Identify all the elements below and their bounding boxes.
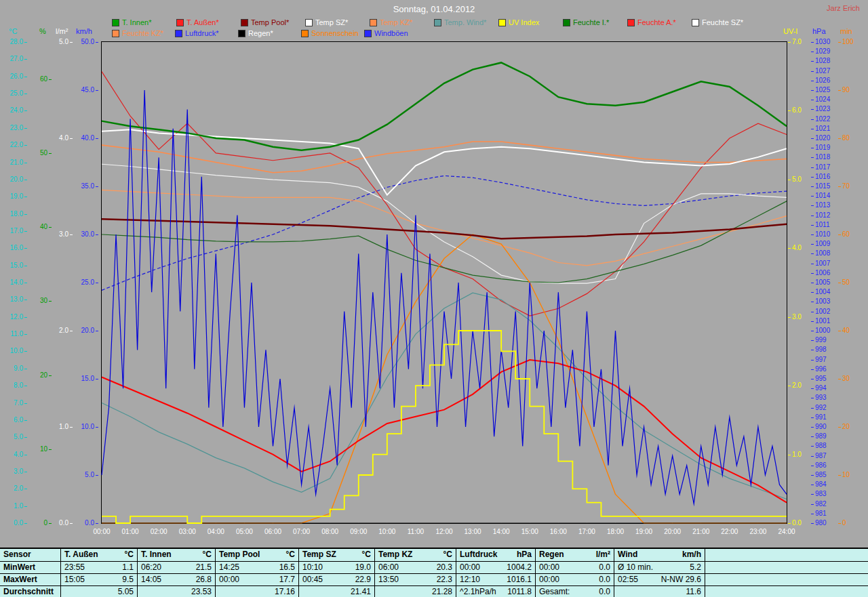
axis-tick-label: 27.0 (0, 56, 27, 62)
axis-tick-label: 986 (811, 462, 840, 469)
axis-tick-label: 1021 (811, 125, 840, 132)
stats-cell: 13:5022.3 (375, 574, 456, 585)
axis-header-hpa: hPa (812, 27, 826, 35)
legend-swatch-icon (364, 30, 372, 37)
x-axis-label: 20:00 (658, 528, 687, 535)
stats-cell: 00:0017.7 (216, 574, 299, 585)
axis-tick-label: 998 (811, 346, 840, 353)
axis-tick-label: 10.0 (0, 348, 27, 354)
legend-swatch-icon (176, 19, 184, 26)
axis-tick-label: 25.0 (67, 279, 98, 286)
axis-header-kmh: km/h (76, 27, 92, 35)
axis-tick-label: 3.0 (0, 468, 27, 475)
axis-tick-label: 980 (811, 520, 840, 527)
stats-cell: 02:55N-NW 29.6 (614, 574, 705, 585)
x-axis-label: 13:00 (458, 528, 487, 535)
axis-tick-label: 1008 (811, 250, 840, 257)
legend-item[interactable]: Temp SZ* (305, 18, 348, 26)
axis-tick-label: 1025 (811, 87, 840, 94)
axis-tick-label: 1005 (811, 279, 840, 286)
stats-row: MinWert23:551.106:2021.514:2516.510:1019… (0, 562, 868, 574)
axis-tick-label: 994 (811, 385, 840, 392)
legend-swatch-icon (305, 19, 313, 26)
stats-cell: Temp Pool°C (216, 549, 299, 561)
axis-tick-label: 1015 (811, 183, 840, 190)
axis-tick-label: 1007 (811, 260, 840, 267)
stats-cell: ^2.1hPa/h1011.8 (456, 586, 536, 597)
legend-label: Feuchte KZ* (122, 29, 163, 37)
stats-row: Durchschnitt5.0523.5317.1621.4121.28^2.1… (0, 586, 868, 597)
axis-tick-label: 50.0 (67, 39, 98, 45)
legend-item[interactable]: Sonnenschein (301, 29, 359, 37)
x-axis-label: 09:00 (344, 528, 373, 535)
stats-cell: T. Innen°C (138, 549, 216, 561)
x-axis-label: 14:00 (487, 528, 515, 535)
stats-cell: T. Außen°C (61, 549, 138, 561)
legend-item[interactable]: Temp KZ* (370, 18, 412, 26)
legend-item[interactable]: Windböen (364, 29, 408, 37)
x-axis-label: 00:00 (87, 528, 116, 535)
stats-cell (705, 549, 868, 561)
x-axis-label: 11:00 (401, 528, 430, 535)
axis-tick-label: 40 (838, 327, 867, 334)
axis-tick-label: 1028 (811, 58, 840, 64)
legend-label: Feuchte I.* (573, 18, 609, 26)
x-axis-label: 19:00 (630, 528, 658, 535)
stats-cell: 14:0526.8 (138, 574, 216, 585)
axis-tick-label: 1017 (811, 164, 840, 171)
axis-header-lm2: l/m² (56, 27, 68, 35)
legend-item[interactable]: Regen* (238, 29, 273, 37)
axis-tick-label: 15.0 (67, 375, 98, 382)
legend-swatch-icon (175, 30, 182, 37)
stats-cell: 14:2516.5 (216, 562, 299, 573)
x-axis-label: 08:00 (316, 528, 344, 535)
legend-item[interactable]: Temp Pool* (241, 18, 289, 26)
axis-tick-label: 12.0 (0, 314, 27, 321)
user-label: Jarz Erich (827, 4, 860, 12)
legend-label: T. Außen* (186, 18, 219, 26)
legend-swatch-icon (627, 19, 635, 26)
axis-tick-label: 991 (811, 414, 840, 421)
axis-tick-label: 90 (838, 87, 867, 94)
stats-cell: 00:4522.9 (299, 574, 375, 585)
legend-item[interactable]: UV Index (498, 18, 539, 26)
x-axis-label: 06:00 (259, 528, 288, 535)
x-axis-label: 17:00 (572, 528, 601, 535)
axis-tick-label: 40.0 (67, 135, 98, 142)
stats-cell: 5.05 (61, 586, 138, 597)
legend-swatch-icon (370, 19, 377, 26)
axis-tick-label: 1001 (811, 318, 840, 325)
x-axis-label: 02:00 (144, 528, 173, 535)
axis-tick-label: 0.0 (67, 520, 98, 527)
legend-item[interactable]: Luftdruck* (175, 29, 219, 37)
x-axis-label: 16:00 (544, 528, 572, 535)
axis-tick-label: 60 (838, 231, 867, 238)
axis-tick-label: 7.0 (0, 400, 27, 407)
legend-label: Windböen (374, 29, 408, 37)
axis-tick-label: 16.0 (0, 245, 27, 251)
axis-tick-label: 24.0 (0, 107, 27, 114)
axis-tick-label: 1009 (811, 241, 840, 247)
legend-item[interactable]: Feuchte I.* (563, 18, 609, 26)
legend-item[interactable]: Temp. Wind* (434, 18, 486, 26)
legend-item[interactable]: Feuchte KZ* (112, 29, 163, 37)
axis-tick-label: 992 (811, 405, 840, 411)
x-axis-label: 22:00 (715, 528, 744, 535)
axis-tick-label: 1006 (811, 270, 840, 276)
legend-item[interactable]: T. Innen* (112, 18, 151, 26)
stats-cell: 23:551.1 (61, 562, 138, 573)
axis-tick-label: 985 (811, 472, 840, 478)
axis-tick-label: 1026 (811, 77, 840, 84)
axis-tick-label: 1024 (811, 96, 840, 103)
legend-item[interactable]: T. Außen* (176, 18, 219, 26)
axis-tick-label: 30 (838, 375, 867, 382)
legend-item[interactable]: Feuchte A.* (627, 18, 676, 26)
stats-cell: Regenl/m² (536, 549, 614, 561)
legend-item[interactable]: Feuchte SZ* (692, 18, 743, 26)
axis-tick-label: 1020 (811, 135, 840, 142)
axis-tick-label: 60 (20, 76, 52, 83)
axis-tick-label: 20.0 (0, 176, 27, 183)
chart-plot-area[interactable] (101, 41, 787, 524)
legend-swatch-icon (434, 19, 441, 26)
x-axis-label: 03:00 (173, 528, 201, 535)
